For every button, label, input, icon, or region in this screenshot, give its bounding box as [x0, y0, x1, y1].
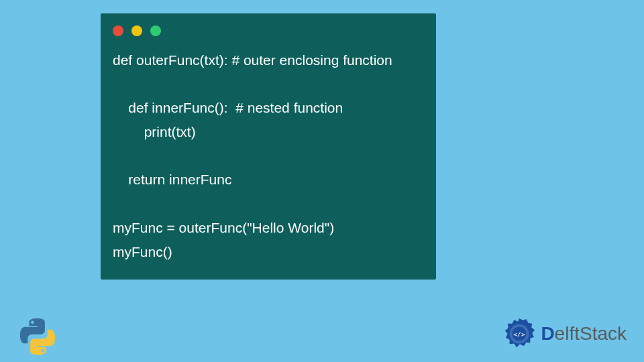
code-line: print(txt) — [113, 124, 196, 139]
close-icon — [113, 25, 123, 36]
brand-text: DelftStack — [541, 323, 627, 345]
code-block: def outerFunc(txt): # outer enclosing fu… — [101, 13, 436, 280]
brand-rest: elftStack — [555, 323, 627, 344]
window-controls — [113, 25, 424, 36]
code-line: return innerFunc — [113, 172, 231, 187]
maximize-icon — [150, 25, 161, 36]
brand-prefix: D — [541, 323, 554, 344]
delft-gear-badge-icon: </> — [503, 318, 535, 350]
code-content: def outerFunc(txt): # outer enclosing fu… — [113, 48, 424, 263]
svg-text:</>: </> — [514, 330, 526, 338]
brand-logo: </> DelftStack — [503, 318, 627, 350]
code-line: myFunc = outerFunc("Hello World") — [113, 220, 334, 235]
code-line: def innerFunc(): # nested function — [113, 100, 343, 115]
code-line: myFunc() — [113, 244, 172, 259]
python-logo-icon — [17, 316, 58, 357]
minimize-icon — [131, 25, 142, 36]
code-line: def outerFunc(txt): # outer enclosing fu… — [113, 52, 392, 68]
